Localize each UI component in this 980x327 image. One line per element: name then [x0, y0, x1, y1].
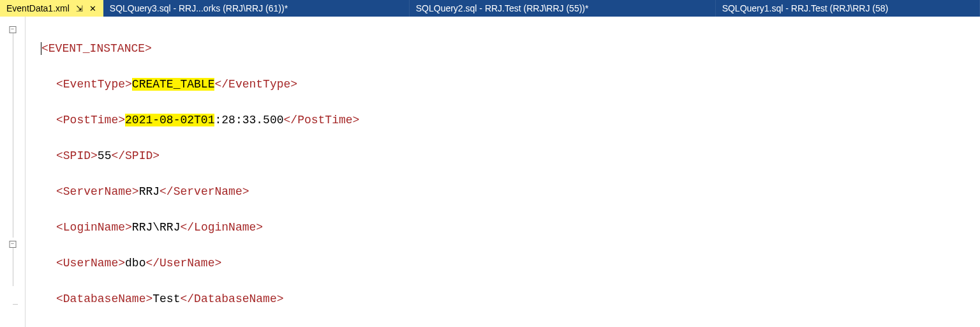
fold-gutter: − −: [0, 17, 26, 327]
fold-toggle-icon[interactable]: −: [9, 26, 16, 33]
code-area[interactable]: <EVENT_INSTANCE> <EventType>CREATE_TABLE…: [26, 17, 980, 327]
code-line: <ServerName>RRJ</ServerName>: [26, 183, 980, 201]
pin-icon[interactable]: ⇲: [76, 4, 83, 13]
fold-end-icon: [13, 304, 18, 305]
tab-label: SQLQuery1.sql - RRJ.Test (RRJ\RRJ (58): [722, 3, 889, 13]
code-line: <SPID>55</SPID>: [26, 147, 980, 165]
tab-label: SQLQuery2.sql - RRJ.Test (RRJ\RRJ (55))*: [416, 3, 589, 13]
code-line: <LoginName>RRJ\RRJ</LoginName>: [26, 218, 980, 236]
fold-guide: [13, 248, 13, 286]
tab-bar: EventData1.xml ⇲ ✕ SQLQuery3.sql - RRJ..…: [0, 0, 980, 17]
tab-label: SQLQuery3.sql - RRJ...orks (RRJ\RRJ (61)…: [110, 3, 288, 13]
code-line: <UserName>dbo</UserName>: [26, 254, 980, 272]
code-line: <EventType>CREATE_TABLE</EventType>: [26, 75, 980, 93]
tab-eventdata[interactable]: EventData1.xml ⇲ ✕: [0, 0, 103, 17]
code-line: <EVENT_INSTANCE>: [26, 40, 980, 57]
tab-label: EventData1.xml: [6, 3, 70, 13]
tab-sqlquery3[interactable]: SQLQuery3.sql - RRJ...orks (RRJ\RRJ (61)…: [103, 0, 410, 17]
code-editor[interactable]: − − <EVENT_INSTANCE> <EventType>CREATE_T…: [0, 17, 980, 327]
fold-guide: [13, 33, 13, 238]
code-line: <DatabaseName>Test</DatabaseName>: [26, 290, 980, 308]
close-icon[interactable]: ✕: [89, 4, 96, 13]
tab-sqlquery2[interactable]: SQLQuery2.sql - RRJ.Test (RRJ\RRJ (55))*: [410, 0, 716, 17]
tab-sqlquery1[interactable]: SQLQuery1.sql - RRJ.Test (RRJ\RRJ (58): [716, 0, 980, 17]
fold-toggle-icon[interactable]: −: [9, 241, 16, 248]
code-line: <PostTime>2021-08-02T01:28:33.500</PostT…: [26, 111, 980, 129]
